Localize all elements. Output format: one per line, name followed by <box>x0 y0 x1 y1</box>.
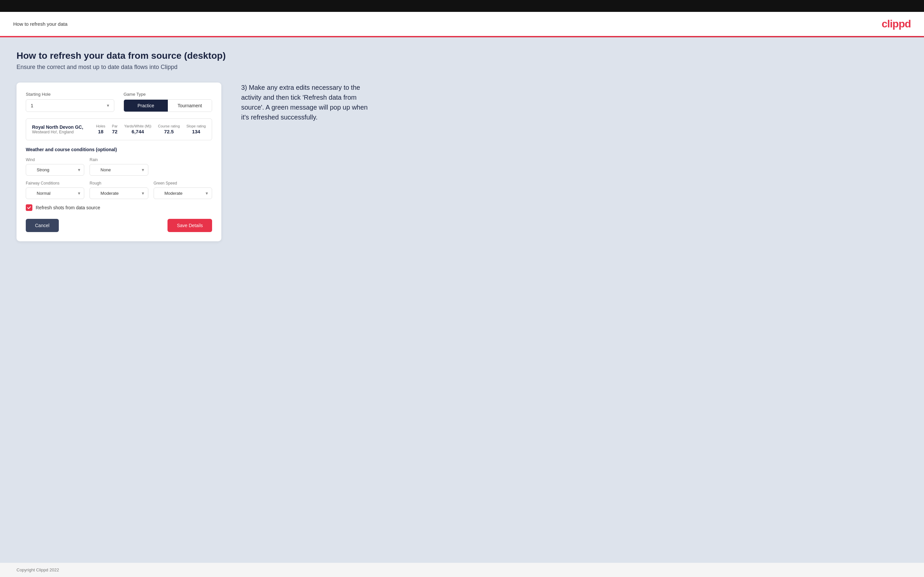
rain-label: Rain <box>89 158 148 162</box>
par-label: Par <box>112 124 118 128</box>
holes-stat: Holes 18 <box>96 124 105 135</box>
save-button[interactable]: Save Details <box>168 219 212 232</box>
rain-select[interactable]: None <box>89 164 148 176</box>
refresh-checkbox-row: Refresh shots from data source <box>26 204 212 211</box>
green-speed-label: Green Speed <box>153 181 212 185</box>
starting-hole-label: Starting Hole <box>26 92 114 97</box>
par-value: 72 <box>112 129 118 134</box>
footer: Copyright Clippd 2022 <box>0 563 924 577</box>
top-bar <box>0 0 924 12</box>
starting-hole-group: Starting Hole 1 ▼ <box>26 92 114 112</box>
header-title: How to refresh your data <box>13 21 68 27</box>
page-subheading: Ensure the correct and most up to date d… <box>16 64 908 71</box>
holes-label: Holes <box>96 124 105 128</box>
yards-label: Yards/White (M)) <box>124 124 151 128</box>
rain-wrapper: ✦ None ▼ <box>89 164 148 176</box>
buttons-row: Cancel Save Details <box>26 219 212 232</box>
course-location: Westward Ho!, England <box>32 130 89 134</box>
logo: clippd <box>882 18 911 30</box>
tournament-button[interactable]: Tournament <box>168 100 212 111</box>
sidebar-description: 3) Make any extra edits necessary to the… <box>241 82 373 122</box>
rough-label: Rough <box>89 181 148 185</box>
rain-group: Rain ✦ None ▼ <box>89 158 148 176</box>
wind-rain-row: Wind ≋ Strong ▼ Rain ✦ None <box>26 158 212 176</box>
green-speed-group: Green Speed ◎ Moderate ▼ <box>153 181 212 199</box>
fairway-label: Fairway Conditions <box>26 181 84 185</box>
course-rating-value: 72.5 <box>164 129 174 134</box>
yards-stat: Yards/White (M)) 6,744 <box>124 124 151 135</box>
fairway-rough-green-row: Fairway Conditions ⛳ Normal ▼ Rough 🌿 <box>26 181 212 199</box>
course-rating-stat: Course rating 72.5 <box>158 124 180 135</box>
slope-rating-value: 134 <box>192 129 200 134</box>
course-name: Royal North Devon GC, <box>32 124 89 130</box>
green-speed-wrapper: ◎ Moderate ▼ <box>153 187 212 199</box>
game-type-group: Game Type Practice Tournament <box>124 92 212 112</box>
wind-wrapper: ≋ Strong ▼ <box>26 164 84 176</box>
holes-value: 18 <box>98 129 103 134</box>
weather-section-label: Weather and course conditions (optional) <box>26 147 212 152</box>
rough-wrapper: 🌿 Moderate ▼ <box>89 187 148 199</box>
wind-select[interactable]: Strong <box>26 164 84 176</box>
practice-button[interactable]: Practice <box>124 100 168 111</box>
cancel-button[interactable]: Cancel <box>26 219 59 232</box>
refresh-label: Refresh shots from data source <box>36 205 100 210</box>
game-type-label: Game Type <box>124 92 212 97</box>
fairway-group: Fairway Conditions ⛳ Normal ▼ <box>26 181 84 199</box>
spacer-group <box>153 158 212 176</box>
course-rating-label: Course rating <box>158 124 180 128</box>
sidebar-text: 3) Make any extra edits necessary to the… <box>241 82 908 122</box>
yards-value: 6,744 <box>131 129 144 134</box>
page-heading: How to refresh your data from source (de… <box>16 50 908 61</box>
rough-group: Rough 🌿 Moderate ▼ <box>89 181 148 199</box>
fairway-wrapper: ⛳ Normal ▼ <box>26 187 84 199</box>
form-card: Starting Hole 1 ▼ Game Type Practice Tou… <box>16 82 221 241</box>
slope-rating-stat: Slope rating 134 <box>186 124 206 135</box>
copyright: Copyright Clippd 2022 <box>16 567 59 572</box>
course-card: Royal North Devon GC, Westward Ho!, Engl… <box>26 119 212 140</box>
starting-hole-wrapper: 1 ▼ <box>26 99 114 112</box>
wind-group: Wind ≋ Strong ▼ <box>26 158 84 176</box>
green-speed-select[interactable]: Moderate <box>153 187 212 199</box>
refresh-checkbox[interactable] <box>26 204 32 211</box>
fairway-select[interactable]: Normal <box>26 187 84 199</box>
main-content: How to refresh your data from source (de… <box>0 37 924 563</box>
header: How to refresh your data clippd <box>0 12 924 37</box>
course-info: Royal North Devon GC, Westward Ho!, Engl… <box>32 124 89 134</box>
wind-label: Wind <box>26 158 84 162</box>
rough-select[interactable]: Moderate <box>89 187 148 199</box>
game-type-toggle: Practice Tournament <box>124 99 212 112</box>
slope-rating-label: Slope rating <box>186 124 206 128</box>
par-stat: Par 72 <box>112 124 118 135</box>
content-row: Starting Hole 1 ▼ Game Type Practice Tou… <box>16 82 908 241</box>
starting-hole-select[interactable]: 1 <box>26 100 114 111</box>
top-form-row: Starting Hole 1 ▼ Game Type Practice Tou… <box>26 92 212 112</box>
